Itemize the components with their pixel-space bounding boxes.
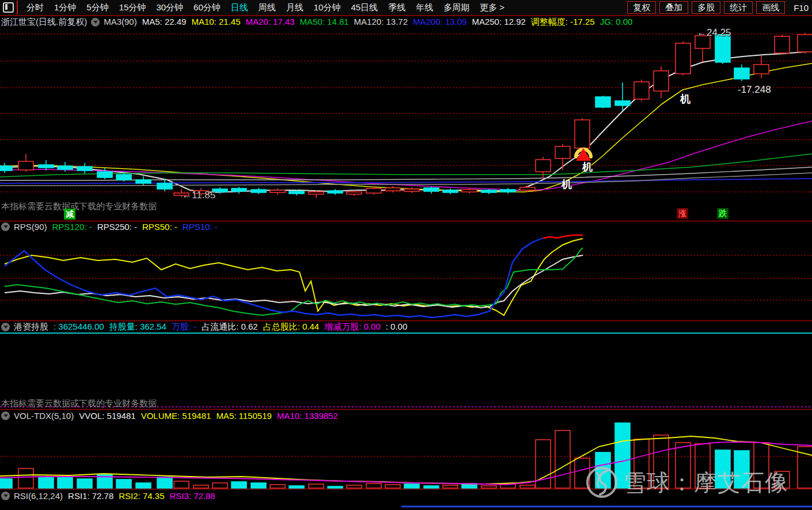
- tab-月线[interactable]: 月线: [281, 2, 309, 12]
- indicator-segment: MA250: 12.92: [472, 17, 525, 27]
- indicator-segment: MA20: 17.43: [245, 17, 294, 27]
- chevron-down-icon[interactable]: [91, 18, 100, 27]
- indicator-segment: 调整幅度: -17.25: [531, 17, 595, 27]
- tab-5分钟[interactable]: 5分钟: [81, 2, 113, 12]
- tab-多周期[interactable]: 多周期: [438, 2, 475, 12]
- chevron-down-icon[interactable]: [1, 411, 10, 420]
- indicator-segment: MA3(90): [104, 17, 137, 27]
- indicator-segment: RSI3: 72.88: [169, 491, 215, 501]
- indicator-segment: RSI2: 74.35: [119, 491, 164, 501]
- ji-signal-label: 机: [561, 177, 572, 191]
- rps-indicator-values: RPS(90)RPS120: -RPS250: -RPS50: -RPS10: …: [14, 222, 223, 232]
- ji-signal-label: 机: [582, 160, 593, 174]
- button-叠加[interactable]: 叠加: [659, 1, 688, 14]
- cloud-data-note: 本指标需要云数据或下载的专业财务数据: [1, 201, 157, 212]
- button-画线[interactable]: 画线: [756, 1, 785, 14]
- indicator-segment: MA5: 22.49: [142, 17, 187, 27]
- toolbar-divider: [17, 1, 18, 14]
- button-多股[interactable]: 多股: [692, 1, 720, 14]
- rsi-pane-header: RSI(6,12,24)RSI1: 72.78RSI2: 74.35RSI3: …: [1, 490, 221, 501]
- indicator-segment: RPS(90): [14, 222, 47, 232]
- tab-1分钟[interactable]: 1分钟: [49, 2, 81, 12]
- indicator-segment: MA10: 1339852: [277, 411, 338, 421]
- tab-季线[interactable]: 季线: [383, 2, 411, 12]
- reduce-badge: 减: [64, 209, 75, 220]
- watermark-text: 雪球：摩艾石像: [623, 467, 788, 498]
- stock-app-window: 分时1分钟5分钟15分钟30分钟60分钟日线周线月线10分钟45日线季线年线多周…: [0, 0, 812, 510]
- tab-分时[interactable]: 分时: [21, 2, 49, 12]
- xueqiu-logo-icon: [585, 466, 619, 499]
- indicator-segment: MA120: 13.72: [354, 17, 408, 27]
- hk-holdings-pane-header: 港资持股: 3625446.00持股量: 362.54万股: -占流通比: 0.…: [1, 322, 412, 333]
- indicator-segment: 港资持股: [14, 322, 48, 331]
- tab-30分钟[interactable]: 30分钟: [151, 2, 188, 12]
- button-统计[interactable]: 统计: [724, 1, 753, 14]
- volume-indicator-values: VOL-TDX(5,10)VVOL: 519481VOLUME: 519481M…: [14, 411, 343, 421]
- window-layout-icon[interactable]: [3, 2, 14, 13]
- tab-60分钟[interactable]: 60分钟: [188, 2, 226, 12]
- indicator-segment: JG: 0.00: [600, 17, 633, 27]
- stock-title: 浙江世宝(日线.前复权): [1, 17, 87, 28]
- indicator-segment: : 0.00: [386, 322, 408, 331]
- period-toolbar: 分时1分钟5分钟15分钟30分钟60分钟日线周线月线10分钟45日线季线年线多周…: [0, 0, 812, 16]
- indicator-segment: RPS10: -: [183, 222, 218, 232]
- tab-周线[interactable]: 周线: [253, 2, 281, 12]
- toolbar-buttons: 复权叠加多股统计画线: [625, 1, 787, 14]
- chart-canvas: [0, 0, 812, 510]
- fall-badge: 跌: [717, 208, 728, 219]
- indicator-segment: RSI1: 72.78: [68, 491, 113, 501]
- indicator-segment: MA10: 21.45: [191, 17, 240, 27]
- indicator-segment: RPS250: -: [97, 222, 137, 232]
- indicator-segment: VOLUME: 519481: [141, 411, 211, 421]
- indicator-segment: 占总股比: 0.44: [263, 322, 320, 331]
- tab-更多 >[interactable]: 更多 >: [475, 2, 510, 12]
- indicator-segment: VVOL: 519481: [79, 411, 135, 421]
- indicator-segment: VOL-TDX(5,10): [14, 411, 74, 421]
- cloud-data-note: 本指标需要云数据或下载的专业财务数据: [1, 398, 157, 409]
- indicator-segment: MA5: 1150519: [216, 411, 271, 421]
- ji-signal-label: 机: [680, 92, 690, 106]
- tab-10分钟[interactable]: 10分钟: [309, 2, 346, 12]
- indicator-segment: 持股量: 362.54: [109, 322, 166, 331]
- price-low-label: ←11.85: [182, 190, 215, 201]
- watermark: 雪球：摩艾石像: [585, 466, 788, 499]
- indicator-segment: MA200: 13.09: [413, 17, 466, 27]
- main-pane-header: 浙江世宝(日线.前复权) MA3(90)MA5: 22.49MA10: 21.4…: [1, 17, 638, 28]
- indicator-segment: 增减万股: 0.00: [324, 322, 381, 331]
- adjust-range-label: -17.248: [738, 84, 771, 96]
- indicator-segment: RPS50: -: [142, 222, 177, 232]
- chevron-down-icon[interactable]: [1, 222, 10, 231]
- indicator-segment: RPS120: -: [52, 222, 92, 232]
- tab-日线[interactable]: 日线: [226, 2, 253, 12]
- volume-pane-header: VOL-TDX(5,10)VVOL: 519481VOLUME: 519481M…: [1, 410, 343, 421]
- tab-45日线[interactable]: 45日线: [346, 2, 383, 12]
- price-high-label: ←24.25: [697, 27, 731, 39]
- hk-holdings-values: 港资持股: 3625446.00持股量: 362.54万股: -占流通比: 0.…: [14, 322, 412, 333]
- button-复权[interactable]: 复权: [627, 1, 656, 14]
- rps-pane-header: RPS(90)RPS120: -RPS250: -RPS50: -RPS10: …: [1, 221, 223, 232]
- f10-button[interactable]: F10: [794, 3, 809, 13]
- indicator-segment: RSI(6,12,24): [14, 491, 63, 501]
- indicator-segment: : 3625446.00: [54, 322, 104, 331]
- indicator-segment: 占流通比: 0.62: [202, 322, 258, 331]
- rise-badge: 涨: [677, 208, 688, 219]
- rsi-indicator-values: RSI(6,12,24)RSI1: 72.78RSI2: 74.35RSI3: …: [14, 491, 221, 501]
- indicator-segment: MA50: 14.81: [300, 17, 349, 27]
- tab-15分钟[interactable]: 15分钟: [114, 2, 151, 12]
- tab-年线[interactable]: 年线: [411, 2, 438, 12]
- main-indicator-values: MA3(90)MA5: 22.49MA10: 21.45MA20: 17.43M…: [104, 17, 638, 28]
- chevron-down-icon[interactable]: [1, 323, 10, 331]
- indicator-segment: 万股: -: [172, 322, 196, 331]
- period-tabs: 分时1分钟5分钟15分钟30分钟60分钟日线周线月线10分钟45日线季线年线多周…: [21, 2, 510, 13]
- chevron-down-icon[interactable]: [1, 492, 10, 500]
